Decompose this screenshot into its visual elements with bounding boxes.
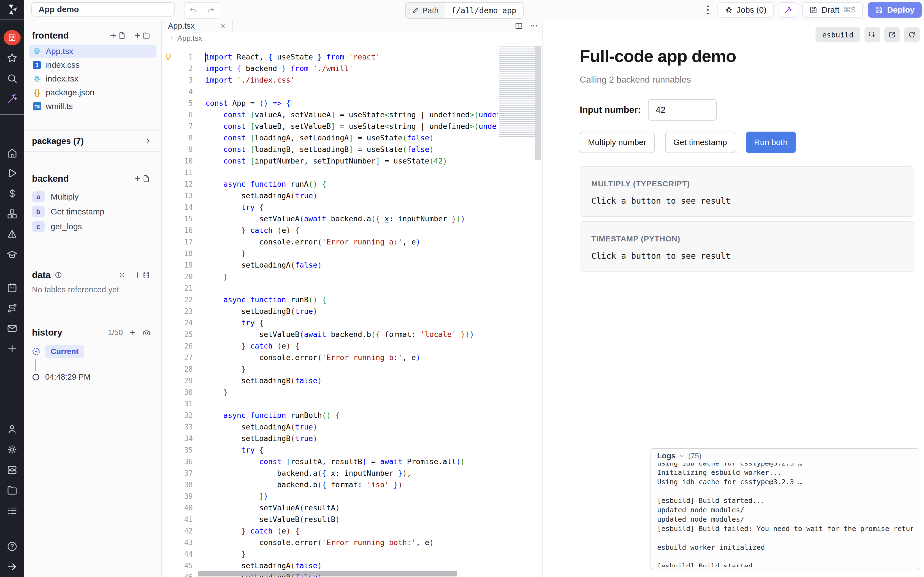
code-line-16[interactable]: 16 } catch (e) { [162, 225, 498, 236]
code-line-34[interactable]: 34 setLoadingB(true) [162, 433, 498, 444]
code-line-42[interactable]: 42 } catch (e) { [162, 525, 498, 537]
file-item-package.json[interactable]: {}package.json [29, 86, 156, 99]
sidebar-item-learn[interactable] [0, 245, 24, 265]
open-external-button[interactable] [884, 27, 900, 42]
code-line-24[interactable]: 24 try { [162, 317, 498, 329]
code-line-9[interactable]: 9 const [loadingB, setLoadingB] = useSta… [162, 144, 498, 155]
code-line-14[interactable]: 14 try { [162, 201, 498, 213]
file-item-index.css[interactable]: 3index.css [29, 58, 156, 72]
draft-button[interactable]: Draft ⌘S [802, 2, 863, 18]
history-entry[interactable]: 04:48:29 PM [24, 372, 161, 382]
code-line-17[interactable]: 17 console.error('Error running a:', e) [162, 236, 498, 248]
code-line-19[interactable]: 19 setLoadingA(false) [162, 259, 498, 271]
path-edit-segment[interactable]: Path [406, 3, 445, 18]
file-item-index.tsx[interactable]: index.tsx [29, 72, 156, 85]
add-folder-button[interactable] [133, 31, 150, 40]
more-actions-icon[interactable] [529, 21, 538, 30]
add-runnable-button[interactable] [133, 174, 150, 183]
input-number-field[interactable] [648, 99, 717, 121]
code-line-40[interactable]: 40 setValueA(resultA) [162, 502, 498, 514]
sidebar-item-account[interactable] [0, 419, 24, 439]
code-line-38[interactable]: 38 backend.b({ format: 'iso' }) [162, 479, 498, 490]
sidebar-item-schedules[interactable] [0, 277, 24, 298]
inspect-element-button[interactable] [864, 27, 880, 42]
sidebar-item-add[interactable] [0, 338, 24, 359]
horizontal-scrollbar[interactable] [198, 571, 457, 577]
split-editor-icon[interactable] [514, 21, 523, 30]
packages-row[interactable]: packages (7) [24, 131, 161, 152]
code-line-43[interactable]: 43 console.error('Error running both:', … [162, 537, 498, 548]
code-line-45[interactable]: 45 setLoadingA(false) [162, 560, 498, 572]
code-line-28[interactable]: 28 } [162, 363, 498, 375]
sidebar-item-triggers[interactable] [0, 224, 24, 245]
code-line-22[interactable]: 22 async function runB() { [162, 294, 498, 306]
sidebar-item-expand[interactable] [0, 557, 24, 577]
code-line-12[interactable]: 12 async function runA() { [162, 178, 498, 190]
redo-button[interactable] [202, 3, 220, 18]
code-line-20[interactable]: 20 } [162, 271, 498, 282]
file-item-wmill.ts[interactable]: TSwmill.ts [29, 100, 156, 113]
minimap[interactable] [499, 46, 535, 138]
code-line-31[interactable]: 31 [162, 398, 498, 409]
sidebar-item-variables[interactable] [0, 183, 24, 204]
code-line-33[interactable]: 33 setLoadingA(true) [162, 421, 498, 433]
code-line-10[interactable]: 10 const [inputNumber, setInputNumber] =… [162, 155, 498, 167]
sidebar-item-messages[interactable] [0, 318, 24, 338]
code-line-7[interactable]: 7 const [valueB, setValueB] = useState<s… [162, 121, 498, 132]
code-line-5[interactable]: 5const App = () => { [162, 97, 498, 109]
plus-icon[interactable] [129, 329, 137, 337]
app-name-input[interactable] [31, 2, 175, 16]
sidebar-item-resources[interactable] [0, 204, 24, 224]
code-line-37[interactable]: 37 backend.a({ x: inputNumber }), [162, 467, 498, 479]
code-line-44[interactable]: 44 } [162, 548, 498, 560]
info-icon[interactable] [55, 271, 62, 279]
sidebar-item-folders[interactable] [0, 480, 24, 500]
add-table-button[interactable] [133, 271, 150, 279]
runnable-item-Multiply[interactable]: aMultiply [24, 189, 161, 204]
sidebar-item-favorites[interactable] [0, 48, 24, 68]
code-line-26[interactable]: 26 } catch (e) { [162, 340, 498, 352]
code-line-4[interactable]: 4 [162, 86, 498, 97]
bundler-badge[interactable]: esbuild [816, 27, 860, 42]
code-line-1[interactable]: 1import React, { useState } from 'react' [162, 51, 498, 63]
sidebar-item-app-editor[interactable] [0, 27, 24, 48]
code-line-21[interactable]: 21 [162, 282, 498, 294]
code-line-15[interactable]: 15 setValueA(await backend.a({ x: inputN… [162, 213, 498, 225]
runnable-item-get_logs[interactable]: cget_logs [24, 219, 161, 234]
gear-icon[interactable] [118, 271, 126, 279]
sidebar-item-runs[interactable] [0, 163, 24, 183]
sidebar-item-help[interactable] [0, 536, 24, 557]
ai-wand-button[interactable] [779, 2, 797, 18]
code-line-30[interactable]: 30 } [162, 387, 498, 398]
logs-header[interactable]: Logs (75) [657, 449, 913, 463]
code-line-25[interactable]: 25 setValueB(await backend.b({ format: '… [162, 329, 498, 340]
code-line-13[interactable]: 13 setLoadingA(true) [162, 190, 498, 201]
more-menu-button[interactable] [703, 2, 713, 18]
sidebar-item-ai[interactable] [0, 89, 24, 109]
sidebar-item-flows[interactable] [0, 298, 24, 318]
code-line-6[interactable]: 6 const [valueA, setValueA] = useState<s… [162, 109, 498, 121]
code-line-27[interactable]: 27 console.error('Error running b:', e) [162, 352, 498, 363]
code-line-23[interactable]: 23 setLoadingB(true) [162, 306, 498, 317]
code-line-36[interactable]: 36 const [resultA, resultB] = await Prom… [162, 456, 498, 467]
tab-app-tsx[interactable]: App.tsx [162, 20, 233, 32]
logs-body[interactable]: using idb cache for csstype@3.2.3 …Initi… [657, 463, 913, 567]
refresh-button[interactable] [904, 27, 919, 42]
history-current-row[interactable]: Current [24, 338, 161, 358]
file-item-App.tsx[interactable]: App.tsx [29, 45, 156, 58]
preview-button-run-both[interactable]: Run both [746, 132, 796, 153]
code-line-41[interactable]: 41 setValueB(resultB) [162, 514, 498, 525]
jobs-button[interactable]: Jobs (0) [718, 2, 774, 18]
code-line-3[interactable]: 3import './index.css' [162, 74, 498, 86]
sidebar-item-settings[interactable] [0, 439, 24, 460]
code-line-18[interactable]: 18 } [162, 248, 498, 259]
preview-button-get-timestamp[interactable]: Get timestamp [665, 132, 735, 153]
code-line-29[interactable]: 29 setLoadingB(false) [162, 375, 498, 387]
code-line-32[interactable]: 32 async function runBoth() { [162, 409, 498, 421]
code-line-8[interactable]: 8 const [loadingA, setLoadingA] = useSta… [162, 132, 498, 144]
windmill-logo[interactable] [0, 0, 24, 20]
deploy-button[interactable]: Deploy [868, 2, 922, 18]
close-icon[interactable] [219, 23, 226, 29]
code-area[interactable]: 1import React, { useState } from 'react'… [162, 44, 542, 577]
add-file-button[interactable] [109, 31, 126, 40]
